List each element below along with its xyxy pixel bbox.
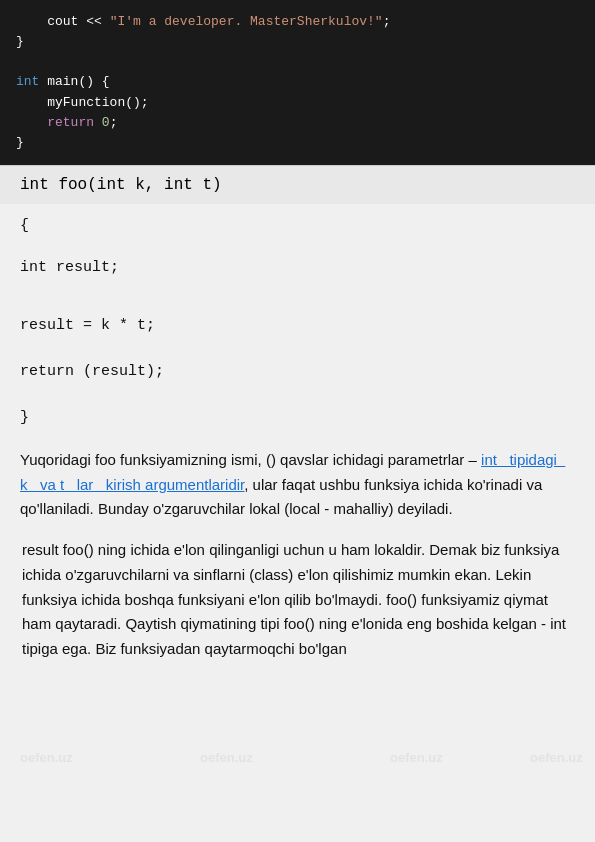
para1-before: Yuqoridagi foo funksiyamizning ismi, () …	[20, 451, 481, 468]
code-line-1: cout << "I'm a developer. MasterSherkulo…	[16, 12, 579, 32]
code-line-3	[16, 52, 579, 72]
code-line-6: return 0;	[16, 113, 579, 133]
code-line-5: myFunction();	[16, 93, 579, 113]
para2-text: result foo() ning ichida e'lon qilinganl…	[22, 541, 566, 657]
func-signature-text: int foo(int k, int t)	[20, 176, 222, 194]
paragraph-1: Yuqoridagi foo funksiyamizning ismi, () …	[0, 442, 595, 528]
return-stmt-line: return (result);	[0, 350, 595, 392]
result-expr-line: result = k * t;	[0, 304, 595, 346]
code-line-4: int main() {	[16, 72, 579, 92]
code-block: cout << "I'm a developer. MasterSherkulo…	[0, 0, 595, 165]
code-line-7: }	[16, 133, 579, 153]
close-brace: }	[0, 396, 595, 438]
code-line-2: }	[16, 32, 579, 52]
open-brace: {	[0, 204, 595, 246]
content-area: int foo(int k, int t) { int result; resu…	[0, 165, 595, 668]
int-result-line: int result;	[0, 246, 595, 288]
paragraph-2: result foo() ning ichida e'lon qilinganl…	[0, 532, 595, 668]
function-signature: int foo(int k, int t)	[0, 165, 595, 204]
